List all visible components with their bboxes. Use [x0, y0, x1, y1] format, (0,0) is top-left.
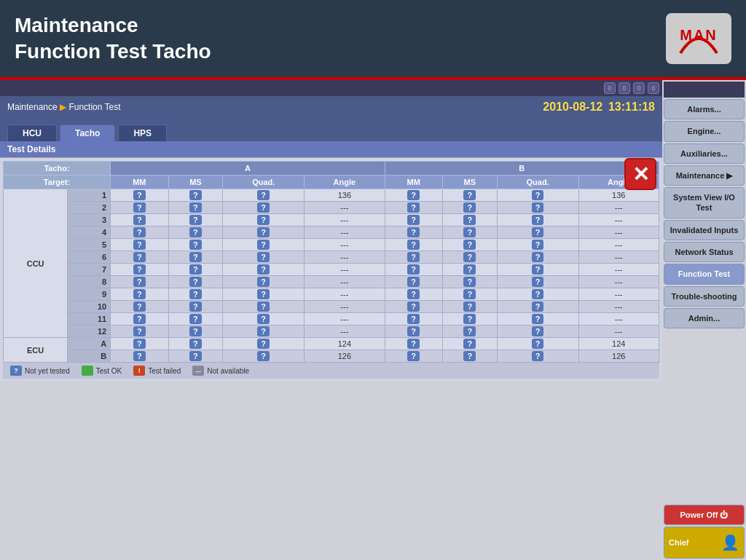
legend-ok: Test OK: [82, 366, 122, 376]
ecu-cell-A-quad_a: ?: [223, 338, 305, 350]
datetime: 2010-08-12 13:11:18: [543, 100, 655, 114]
cell-4-ms_b: ?: [442, 226, 497, 239]
cell-8-quad_b: ?: [497, 276, 578, 288]
cell-6-angle_a: ---: [305, 251, 385, 264]
legend-bar: ? Not yet tested Test OK ! Test failed -…: [3, 363, 659, 379]
sidebar-btn-maintenance[interactable]: Maintenance ▶: [664, 165, 745, 186]
row-num-9: 9: [68, 288, 111, 301]
cell-11-mm_b: ?: [385, 313, 442, 326]
group-a-header: A: [111, 162, 385, 176]
sidebar-btn-access[interactable]: Chief 👤: [664, 527, 745, 559]
cell-12-angle_a: ---: [305, 326, 385, 338]
cell-2-quad_a: ?: [223, 202, 305, 214]
ecu-cell-A-angle_a: 124: [305, 338, 385, 350]
page-header: Maintenance Function Test Tacho MAN: [0, 0, 746, 80]
indicator-row: 0 0 0 0: [0, 80, 662, 96]
cell-5-ms_b: ?: [442, 239, 497, 251]
indicator-0: 0: [604, 82, 616, 94]
ecu-cell-B-quad_b: ?: [497, 350, 578, 363]
sidebar-btn-power-off[interactable]: Power Off ⏻: [664, 505, 745, 525]
col-angle-a: Angle: [305, 176, 385, 189]
ecu-cell-B-angle_b: 126: [578, 350, 659, 363]
sidebar-indicator-row: [664, 82, 745, 98]
sidebar-btn-invalidated-inputs[interactable]: Invalidated Inputs: [664, 220, 745, 240]
legend-not-tested: ? Not yet tested: [10, 366, 70, 376]
row-num-11: 11: [68, 313, 111, 326]
indicator-1: 0: [619, 82, 630, 94]
cell-7-ms_b: ?: [442, 264, 497, 276]
sidebar-btn-engine[interactable]: Engine...: [664, 121, 745, 141]
test-table: Tacho: A B Target: MM MS Quad. Angle MM: [3, 161, 659, 363]
legend-failed: ! Test failed: [133, 366, 181, 376]
cell-1-quad_b: ?: [497, 189, 578, 202]
table-container: ✕ Tacho: A B Target: MM: [0, 158, 662, 382]
cell-3-mm_b: ?: [385, 214, 442, 226]
ecu-cell-B-mm_b: ?: [385, 350, 442, 363]
cell-1-ms_b: ?: [442, 189, 497, 202]
ecu-cell-B-ms_a: ?: [168, 350, 223, 363]
indicator-3: 0: [648, 82, 659, 94]
col-quad-b: Quad.: [497, 176, 578, 189]
sidebar-btn-alarms[interactable]: Alarms...: [664, 99, 745, 119]
col-quad-a: Quad.: [223, 176, 305, 189]
legend-na-icon: ---: [192, 366, 204, 376]
cell-9-ms_b: ?: [442, 288, 497, 301]
col-mm-a: MM: [111, 176, 168, 189]
cell-6-angle_b: ---: [578, 251, 659, 264]
cell-9-quad_a: ?: [223, 288, 305, 301]
sidebar-btn-network-status[interactable]: Network Status: [664, 242, 745, 262]
cell-8-ms_a: ?: [168, 276, 223, 288]
cell-8-angle_a: ---: [305, 276, 385, 288]
ccu-section-label: CCU: [4, 189, 68, 338]
sidebar-btn-troubleshooting[interactable]: Trouble-shooting: [664, 286, 745, 307]
cell-4-angle_b: ---: [578, 226, 659, 239]
tab-hcu[interactable]: HCU: [7, 125, 57, 141]
row-num-12: 12: [68, 326, 111, 338]
cell-4-angle_a: ---: [305, 226, 385, 239]
cell-1-angle_b: 136: [578, 189, 659, 202]
cell-2-mm_b: ?: [385, 202, 442, 214]
legend-not-tested-label: Not yet tested: [25, 367, 70, 375]
row-num-7: 7: [68, 264, 111, 276]
ecu-row-A: A: [68, 338, 111, 350]
cell-1-mm_b: ?: [385, 189, 442, 202]
cell-7-quad_a: ?: [223, 264, 305, 276]
cell-3-quad_b: ?: [497, 214, 578, 226]
cell-11-angle_b: ---: [578, 313, 659, 326]
cell-10-angle_a: ---: [305, 301, 385, 313]
cell-7-quad_b: ?: [497, 264, 578, 276]
man-logo: MAN: [666, 13, 731, 64]
cell-9-mm_b: ?: [385, 288, 442, 301]
cell-3-angle_b: ---: [578, 214, 659, 226]
cell-7-angle_a: ---: [305, 264, 385, 276]
sidebar-btn-admin[interactable]: Admin...: [664, 308, 745, 328]
cell-9-ms_a: ?: [168, 288, 223, 301]
sidebar-btn-system-view[interactable]: System View I/O Test: [664, 187, 745, 218]
cell-11-ms_a: ?: [168, 313, 223, 326]
cell-9-quad_b: ?: [497, 288, 578, 301]
sidebar-btn-function-test[interactable]: Function Test: [664, 264, 745, 284]
cell-4-quad_b: ?: [497, 226, 578, 239]
section-header: Test Details: [0, 141, 662, 158]
cell-8-quad_a: ?: [223, 276, 305, 288]
col-ms-b: MS: [442, 176, 497, 189]
tab-hps[interactable]: HPS: [118, 125, 167, 141]
close-button[interactable]: ✕: [624, 158, 656, 190]
cell-12-quad_b: ?: [497, 326, 578, 338]
col-ms-a: MS: [168, 176, 223, 189]
cell-6-ms_a: ?: [168, 251, 223, 264]
row-num-4: 4: [68, 226, 111, 239]
sidebar-btn-auxiliaries[interactable]: Auxiliaries...: [664, 143, 745, 164]
cell-11-angle_a: ---: [305, 313, 385, 326]
cell-2-quad_b: ?: [497, 202, 578, 214]
cell-10-ms_b: ?: [442, 301, 497, 313]
cell-3-ms_a: ?: [168, 214, 223, 226]
ecu-cell-A-mm_b: ?: [385, 338, 442, 350]
cell-12-ms_a: ?: [168, 326, 223, 338]
indicator-2: 0: [633, 82, 645, 94]
target-label-header: Target:: [4, 176, 111, 189]
cell-9-angle_a: ---: [305, 288, 385, 301]
cell-6-mm_a: ?: [111, 251, 168, 264]
cell-6-ms_b: ?: [442, 251, 497, 264]
tab-tacho[interactable]: Tacho: [60, 125, 115, 141]
